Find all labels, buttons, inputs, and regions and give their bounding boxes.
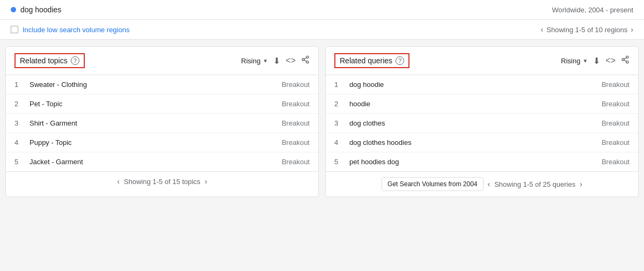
table-row[interactable]: 5 Jacket - Garment Breakout (6, 152, 318, 171)
share-queries-icon[interactable] (621, 55, 630, 66)
related-topics-actions: Rising ▼ ⬇ <> (241, 55, 310, 66)
rising-label: Rising (241, 57, 260, 65)
table-row[interactable]: 4 Puppy - Topic Breakout (6, 133, 318, 152)
row-badge: Breakout (602, 138, 630, 147)
showing-queries-text: Showing 1-5 of 25 queries (494, 180, 575, 188)
related-queries-panel: Related queries ? Rising ▼ ⬇ <> (325, 46, 639, 197)
row-number: 2 (334, 100, 345, 108)
related-topics-footer: ‹ Showing 1-5 of 15 topics › (6, 171, 318, 191)
table-row[interactable]: 1 dog hoodie Breakout (326, 75, 638, 94)
row-label: Jacket - Garment (25, 158, 282, 166)
top-bar-left: dog hoodies (11, 5, 61, 14)
row-label: Shirt - Garment (25, 119, 282, 127)
related-queries-actions: Rising ▼ ⬇ <> (561, 55, 630, 66)
showing-topics-text: Showing 1-5 of 15 topics (124, 178, 200, 186)
row-label: pet hoodies dog (345, 158, 602, 166)
related-topics-help-icon[interactable]: ? (71, 56, 79, 65)
related-queries-title-box: Related queries ? (334, 53, 409, 68)
rising-queries-label: Rising (561, 57, 580, 65)
row-badge: Breakout (282, 138, 310, 147)
related-queries-table: 1 dog hoodie Breakout 2 hoodie Breakout … (326, 75, 638, 171)
row-badge: Breakout (282, 80, 310, 89)
main-content: Related topics ? Rising ▼ ⬇ <> (0, 46, 644, 197)
row-number: 4 (334, 138, 345, 147)
row-badge: Breakout (282, 158, 310, 166)
filter-bar: Include low search volume regions ‹ Show… (0, 20, 644, 40)
row-label: dog clothes hoodies (345, 138, 602, 147)
svg-point-5 (626, 56, 628, 58)
low-volume-checkbox[interactable] (11, 26, 18, 33)
related-queries-title: Related queries (340, 56, 392, 65)
filter-left[interactable]: Include low search volume regions (11, 26, 129, 34)
top-bar: dog hoodies Worldwide, 2004 - present (0, 0, 644, 20)
row-number: 1 (334, 80, 345, 89)
blue-dot-icon (11, 7, 16, 12)
get-search-volumes-button[interactable]: Get Search Volumes from 2004 (382, 177, 483, 191)
row-badge: Breakout (602, 80, 630, 89)
row-number: 5 (334, 158, 345, 166)
row-label: Puppy - Topic (25, 138, 282, 147)
related-topics-title-box: Related topics ? (14, 53, 85, 68)
row-badge: Breakout (602, 100, 630, 108)
date-range: Worldwide, 2004 - present (552, 6, 633, 14)
related-topics-rising-button[interactable]: Rising ▼ (241, 57, 268, 65)
row-label: Pet - Topic (25, 100, 282, 108)
svg-point-1 (302, 58, 304, 61)
row-number: 5 (14, 158, 25, 166)
svg-point-2 (306, 61, 309, 63)
related-queries-footer: Get Search Volumes from 2004 ‹ Showing 1… (326, 171, 638, 196)
code-queries-icon[interactable]: <> (605, 56, 616, 65)
svg-point-0 (306, 56, 309, 58)
row-number: 2 (14, 100, 25, 108)
dropdown-queries-arrow-icon: ▼ (582, 58, 588, 64)
table-row[interactable]: 3 dog clothes Breakout (326, 114, 638, 133)
filter-right: ‹ Showing 1-5 of 10 regions › (541, 25, 633, 34)
row-label: hoodie (345, 100, 602, 108)
table-row[interactable]: 4 dog clothes hoodies Breakout (326, 133, 638, 152)
related-queries-header: Related queries ? Rising ▼ ⬇ <> (326, 47, 638, 75)
svg-line-4 (304, 57, 307, 59)
table-row[interactable]: 1 Sweater - Clothing Breakout (6, 75, 318, 94)
search-term: dog hoodies (20, 5, 61, 14)
row-number: 4 (14, 138, 25, 147)
table-row[interactable]: 2 Pet - Topic Breakout (6, 94, 318, 114)
row-badge: Breakout (282, 100, 310, 108)
code-topics-icon[interactable]: <> (286, 56, 296, 65)
prev-queries-arrow[interactable]: ‹ (488, 180, 491, 188)
table-row[interactable]: 3 Shirt - Garment Breakout (6, 114, 318, 133)
related-topics-panel: Related topics ? Rising ▼ ⬇ <> (5, 46, 319, 197)
next-topics-arrow[interactable]: › (204, 177, 207, 186)
svg-point-7 (626, 61, 628, 63)
svg-line-8 (624, 60, 627, 62)
svg-line-3 (304, 60, 307, 62)
row-badge: Breakout (602, 158, 630, 166)
row-badge: Breakout (602, 119, 630, 127)
prev-topics-arrow[interactable]: ‹ (117, 177, 120, 186)
related-topics-title: Related topics (20, 56, 68, 65)
svg-point-6 (622, 58, 624, 61)
download-topics-icon[interactable]: ⬇ (273, 56, 280, 66)
svg-line-9 (624, 57, 627, 59)
showing-regions-text: Showing 1-5 of 10 regions (546, 26, 627, 34)
row-number: 3 (14, 119, 25, 127)
table-row[interactable]: 2 hoodie Breakout (326, 94, 638, 114)
dropdown-arrow-icon: ▼ (262, 58, 268, 64)
row-label: dog clothes (345, 119, 602, 127)
related-topics-table: 1 Sweater - Clothing Breakout 2 Pet - To… (6, 75, 318, 171)
related-topics-header: Related topics ? Rising ▼ ⬇ <> (6, 47, 318, 75)
share-topics-icon[interactable] (301, 55, 310, 66)
prev-regions-arrow[interactable]: ‹ (541, 25, 544, 34)
row-badge: Breakout (282, 119, 310, 127)
row-label: Sweater - Clothing (25, 80, 282, 89)
related-queries-help-icon[interactable]: ? (396, 56, 404, 65)
related-topics-title-area: Related topics ? (14, 53, 85, 68)
next-regions-arrow[interactable]: › (631, 25, 633, 34)
download-queries-icon[interactable]: ⬇ (593, 56, 600, 66)
related-queries-rising-button[interactable]: Rising ▼ (561, 57, 588, 65)
related-queries-title-area: Related queries ? (334, 53, 409, 68)
table-row[interactable]: 5 pet hoodies dog Breakout (326, 152, 638, 171)
next-queries-arrow[interactable]: › (580, 180, 582, 188)
row-number: 3 (334, 119, 345, 127)
filter-label[interactable]: Include low search volume regions (23, 26, 129, 34)
row-label: dog hoodie (345, 80, 602, 89)
